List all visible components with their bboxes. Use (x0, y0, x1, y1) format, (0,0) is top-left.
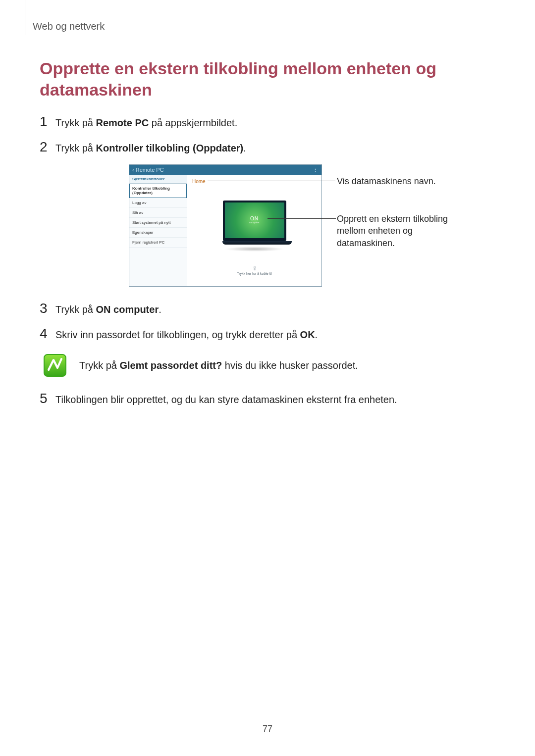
sidebar-item-remove-pc[interactable]: Fjern registrert PC (129, 238, 187, 248)
page-title: Opprette en ekstern tilkobling mellom en… (40, 58, 495, 100)
callout-leader-line (208, 181, 335, 181)
manual-page: Web og nettverk Opprette en ekstern tilk… (0, 0, 535, 756)
section-header: Web og nettverk (33, 21, 495, 32)
step-number: 2 (40, 139, 55, 155)
steps-list: 1 Trykk på Remote PC på appskjermbildet.… (40, 114, 495, 407)
sidebar-header: Systemkontroller (129, 175, 187, 184)
step-4: 4 Skriv inn passordet for tilkoblingen, … (40, 326, 495, 342)
step-text: Trykk på Kontroller tilkobling (Oppdater… (55, 141, 246, 155)
app-body: Systemkontroller Kontroller tilkobling (… (129, 175, 321, 286)
sidebar-item-restart[interactable]: Start systemet på nytt (129, 218, 187, 228)
step-1: 1 Trykk på Remote PC på appskjermbildet. (40, 114, 495, 130)
step-2: 2 Trykk på Kontroller tilkobling (Oppdat… (40, 139, 495, 155)
pc-name-label: Home (192, 179, 206, 184)
on-badge: ON computer (249, 216, 260, 224)
step-text: Skriv inn passordet for tilkoblingen, og… (55, 328, 318, 342)
page-number: 77 (0, 724, 535, 734)
note-text: Trykk på Glemt passordet ditt? hvis du i… (79, 360, 358, 371)
step-5: 5 Tilkoblingen blir opprettet, og du kan… (40, 391, 495, 407)
app-window: ‹ Remote PC ⋮ Systemkontroller Kontrolle… (129, 164, 322, 287)
callout-pc-name: Vis datamaskinens navn. (337, 175, 451, 187)
main-panel: Home ON computer (187, 175, 321, 286)
step-3: 3 Trykk på ON computer. (40, 301, 495, 317)
step-number: 4 (40, 326, 55, 342)
on-sub: computer (249, 221, 260, 224)
back-button[interactable]: ‹ Remote PC (132, 167, 164, 173)
callout-leader-line (268, 218, 336, 219)
sidebar-item-check-connection[interactable]: Kontroller tilkobling (Oppdater) (129, 184, 187, 198)
screenshot-figure: ‹ Remote PC ⋮ Systemkontroller Kontrolle… (129, 164, 466, 287)
note-block: Trykk på Glemt passordet ditt? hvis du i… (44, 354, 495, 377)
arrow-up-icon: ⇪ (187, 265, 321, 272)
tap-hint: ⇪ Trykk her for å koble til (187, 265, 321, 275)
step-text: Trykk på Remote PC på appskjermbildet. (55, 116, 237, 130)
tap-hint-label: Trykk her for å koble til (187, 272, 321, 275)
titlebar-title: Remote PC (136, 167, 164, 173)
sidebar-item-properties[interactable]: Egenskaper (129, 228, 187, 238)
chevron-left-icon: ‹ (132, 167, 134, 173)
callout-remote-connect: Opprett en ekstern tilkobling mellom enh… (337, 213, 456, 249)
shadow-icon (225, 247, 284, 252)
laptop-screen-icon: ON computer (223, 201, 286, 241)
step-text: Tilkoblingen blir opprettet, og du kan s… (55, 393, 397, 407)
header-rule (25, 0, 25, 35)
laptop-icon[interactable]: ON computer (222, 201, 287, 252)
app-titlebar: ‹ Remote PC ⋮ (129, 165, 321, 175)
overflow-menu-button[interactable]: ⋮ (313, 167, 319, 173)
sidebar: Systemkontroller Kontroller tilkobling (… (129, 175, 187, 286)
sidebar-item-shutdown[interactable]: Slå av (129, 208, 187, 218)
step-number: 3 (40, 301, 55, 316)
step-text: Trykk på ON computer. (55, 302, 161, 317)
laptop-base-icon (222, 241, 292, 245)
step-number: 1 (40, 114, 55, 130)
step-number: 5 (40, 391, 55, 406)
note-icon (44, 354, 66, 377)
sidebar-item-logoff[interactable]: Logg av (129, 198, 187, 208)
